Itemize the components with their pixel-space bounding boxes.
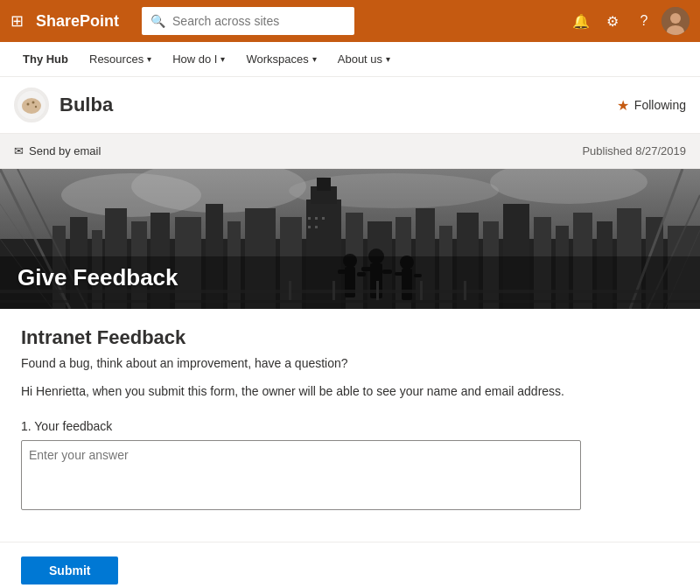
nav-label-howdoi: How do I (172, 52, 217, 66)
chevron-icon-aboutus: ▾ (386, 54, 390, 64)
secondnav: Thy Hub Resources ▾ How do I ▾ Workspace… (0, 42, 700, 77)
help-button[interactable]: ? (630, 7, 658, 35)
settings-button[interactable]: ⚙ (598, 7, 626, 35)
svg-point-6 (32, 102, 35, 104)
nav-item-thyhub[interactable]: Thy Hub (14, 42, 77, 77)
form-notice: Hi Henrietta, when you submit this form,… (21, 384, 679, 398)
avatar[interactable] (662, 7, 690, 35)
nav-label-workspaces: Workspaces (246, 52, 308, 66)
search-box[interactable]: 🔍 (142, 7, 354, 35)
site-title: Bulba (60, 94, 113, 116)
chevron-icon-howdoi: ▾ (220, 54, 225, 64)
chevron-icon-resources: ▾ (147, 54, 151, 64)
svg-rect-45 (322, 217, 325, 220)
svg-point-4 (22, 98, 41, 114)
following-button[interactable]: ★ Following (617, 97, 686, 114)
svg-rect-27 (317, 178, 331, 191)
chevron-icon-workspaces: ▾ (312, 54, 317, 64)
topbar: ⊞ SharePoint 🔍 🔔 ⚙ ? (0, 0, 700, 42)
nav-label-resources: Resources (89, 52, 144, 66)
answer-textarea[interactable] (21, 440, 581, 510)
svg-rect-43 (308, 217, 311, 220)
notification-button[interactable]: 🔔 (567, 7, 595, 35)
main-content: Intranet Feedback Found a bug, think abo… (0, 309, 700, 542)
svg-rect-44 (315, 217, 318, 220)
svg-point-1 (670, 13, 681, 24)
submit-area: Submit (0, 542, 700, 588)
form-title: Intranet Feedback (21, 326, 679, 349)
form-subtitle: Found a bug, think about an improvement,… (21, 356, 679, 370)
hero-image: Give Feedback (0, 169, 700, 309)
brand-name: SharePoint (36, 12, 119, 31)
svg-point-7 (35, 106, 37, 108)
topbar-icons: 🔔 ⚙ ? (567, 7, 690, 35)
site-logo-area: Bulba (14, 88, 113, 122)
nav-item-resources[interactable]: Resources ▾ (80, 42, 160, 77)
nav-label-aboutus: About us (338, 52, 382, 66)
grid-icon[interactable]: ⊞ (10, 11, 24, 31)
svg-rect-46 (308, 226, 311, 228)
nav-label-thyhub: Thy Hub (23, 52, 68, 66)
submit-button[interactable]: Submit (21, 556, 118, 584)
star-icon: ★ (617, 97, 629, 114)
hero-title: Give Feedback (18, 264, 178, 291)
site-logo (14, 88, 49, 122)
action-bar: ✉ Send by email Published 8/27/2019 (0, 134, 700, 169)
nav-item-aboutus[interactable]: About us ▾ (329, 42, 399, 77)
nav-item-workspaces[interactable]: Workspaces ▾ (237, 42, 325, 77)
nav-item-howdoi[interactable]: How do I ▾ (164, 42, 234, 77)
search-icon: 🔍 (150, 14, 165, 28)
published-date: Published 8/27/2019 (582, 144, 686, 158)
form-question: 1. Your feedback (21, 419, 679, 510)
email-icon: ✉ (14, 144, 24, 158)
send-email-button[interactable]: ✉ Send by email (14, 144, 101, 158)
search-input[interactable] (172, 14, 346, 28)
svg-point-5 (27, 103, 30, 106)
svg-rect-47 (315, 226, 318, 228)
question-number: 1. Your feedback (21, 419, 679, 433)
site-header: Bulba ★ Following (0, 77, 700, 134)
following-label: Following (634, 98, 686, 112)
send-email-label: Send by email (29, 144, 101, 158)
